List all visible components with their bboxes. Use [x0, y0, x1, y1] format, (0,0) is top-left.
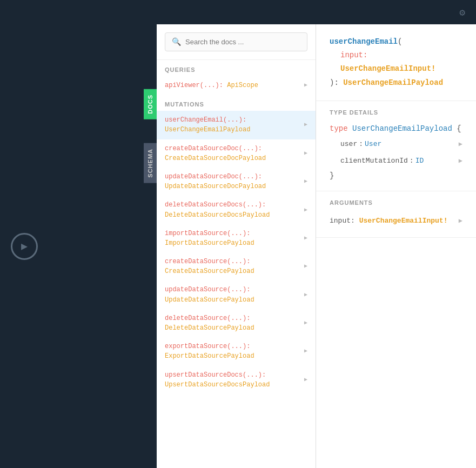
nav-item-apiViewer[interactable]: apiViewer(...): ApiScope ▶ [157, 76, 316, 95]
play-button[interactable]: ▶ [11, 233, 38, 260]
chevron-icon: ▶ [304, 206, 307, 214]
chevron-icon: ▶ [304, 319, 307, 327]
nav-item-userChangeEmail[interactable]: userChangeEmail(...): UserChangeEmailPay… [157, 111, 316, 139]
play-icon: ▶ [21, 239, 28, 253]
chevron-icon: ▶ [304, 347, 307, 355]
nav-item-upsertDataSourceDocs[interactable]: upsertDataSourceDocs(...): UpsertDataSou… [157, 366, 316, 394]
schema-tab[interactable]: SCHEMA [144, 143, 157, 183]
chevron-icon: ▶ [304, 82, 307, 89]
chevron-icon: ▶ [304, 376, 307, 384]
chevron-icon: ▶ [304, 291, 307, 299]
chevron-icon: ▶ [304, 178, 307, 185]
field-chevron-clientMutationId[interactable]: ▶ [459, 157, 462, 165]
search-box: 🔍 [157, 24, 316, 60]
nav-item-deleteDataSource[interactable]: deleteDataSource(...): DeleteDataSourceP… [157, 309, 316, 337]
mutations-section-header: MUTATIONS [157, 95, 316, 111]
docs-tab[interactable]: DOCS [144, 89, 157, 119]
nav-item-createDataSourceDoc[interactable]: createDataSourceDoc(...): CreateDataSour… [157, 139, 316, 168]
field-chevron-user[interactable]: ▶ [459, 140, 462, 148]
signature-line-3: ): UserChangeEmailPayload [330, 76, 462, 90]
left-panel: ▶ DOCS SCHEMA [0, 24, 157, 468]
type-declaration-line: type UserChangeEmailPayload { [330, 122, 462, 136]
nav-item-createDataSource[interactable]: createDataSource(...): CreateDataSourceP… [157, 252, 316, 280]
field-chevron-input[interactable]: ▶ [459, 217, 462, 225]
nav-item-updateDataSourceDoc[interactable]: updateDataSourceDoc(...): UpdateDataSour… [157, 168, 316, 196]
close-brace-line: } [330, 169, 462, 183]
chevron-icon: ▶ [304, 263, 307, 270]
search-icon: 🔍 [172, 37, 181, 46]
field-row-user: user:User ▶ [330, 136, 462, 152]
nav-item-deleteDataSourceDocs[interactable]: deleteDataSourceDocs(...): DeleteDataSou… [157, 196, 316, 224]
arguments-section: ARGUMENTS input: UserChangeEmailInput! ▶ [316, 191, 476, 238]
nav-item-exportDataSource[interactable]: exportDataSource(...): ExportDataSourceP… [157, 337, 316, 365]
function-signature-header: userChangeEmail( input: UserChangeEmailI… [316, 24, 476, 101]
signature-line-2: input: UserChangeEmailInput! [330, 49, 462, 76]
return-type: UserChangeEmailPayload [343, 78, 443, 87]
top-bar: ⚙ [0, 0, 476, 24]
search-input-wrapper: 🔍 [165, 32, 307, 51]
arguments-header: ARGUMENTS [330, 199, 462, 206]
type-details-section: TYPE DETAILS type UserChangeEmailPayload… [316, 101, 476, 191]
chevron-icon: ▶ [304, 121, 307, 129]
input-label: input: [340, 51, 367, 59]
signature-line-1: userChangeEmail( [330, 35, 462, 49]
search-input[interactable] [185, 38, 300, 46]
chevron-icon: ▶ [304, 150, 307, 157]
nav-list: QUERIES apiViewer(...): ApiScope ▶ MUTAT… [157, 60, 316, 468]
nav-item-updateDataSource[interactable]: updateDataSource(...): UpdateDataSourceP… [157, 280, 316, 309]
argument-type: UserChangeEmailInput! [359, 217, 448, 225]
middle-panel: 🔍 QUERIES apiViewer(...): ApiScope ▶ MUT… [157, 24, 316, 468]
main-area: ▶ DOCS SCHEMA 🔍 QUERIES apiViewer(...): … [0, 24, 476, 468]
field-row-clientMutationId: clientMutationId:ID ▶ [330, 152, 462, 169]
type-name: UserChangeEmailPayload [352, 124, 452, 133]
type-details-header: TYPE DETAILS [330, 109, 462, 116]
nav-item-importDataSource[interactable]: importDataSource(...): ImportDataSourceP… [157, 224, 316, 252]
chevron-icon: ▶ [304, 235, 307, 242]
argument-row-input: input: UserChangeEmailInput! ▶ [330, 212, 462, 229]
right-panel: userChangeEmail( input: UserChangeEmailI… [316, 24, 476, 468]
queries-section-header: QUERIES [157, 60, 316, 76]
input-type: UserChangeEmailInput! [340, 64, 435, 73]
func-name: userChangeEmail [330, 37, 398, 46]
gear-icon[interactable]: ⚙ [459, 6, 465, 18]
